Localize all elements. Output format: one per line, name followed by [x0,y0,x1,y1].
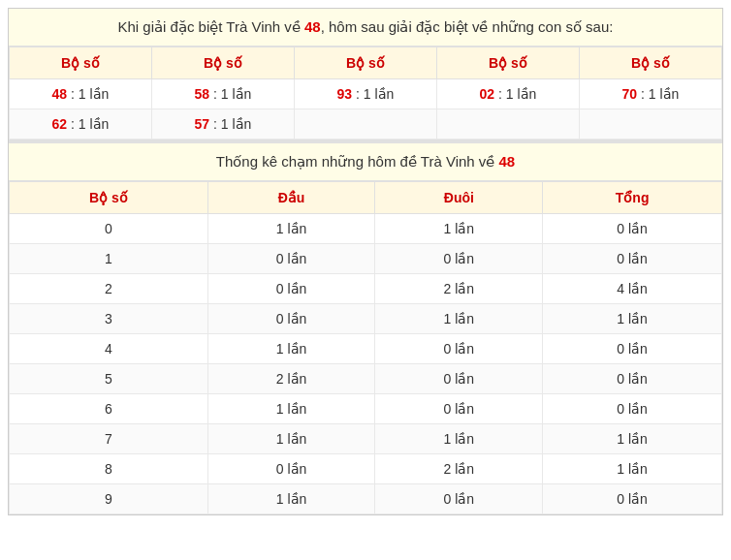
cell-1-3: 93 : 1 lần [295,79,437,109]
stats-cell-duoi-9: 0 lần [375,484,543,514]
stats-cell-bo-3: 3 [10,304,208,334]
stats-cell-tong-9: 0 lần [543,484,722,514]
cell-2-2: 57 : 1 lần [152,109,295,140]
stats-cell-tong-7: 1 lần [543,424,722,454]
header-text-after: , hôm sau giải đặc biệt về những con số … [321,18,614,35]
stats-cell-bo-9: 9 [10,484,208,514]
stats-cell-duoi-2: 2 lần [375,274,543,304]
stats-row-6: 61 lần0 lần0 lần [10,394,722,424]
col-header-5: Bộ số [580,47,722,79]
stats-header-row: Bộ số Đầu Đuôi Tổng [10,182,722,214]
cell-2-4 [437,109,580,140]
stats-cell-dau-3: 0 lần [207,304,375,334]
header-section: Khi giải đặc biệt Trà Vinh về 48, hôm sa… [9,9,722,47]
stats-cell-dau-7: 1 lần [207,424,375,454]
col-header-2: Bộ số [152,47,295,79]
section-title-text-before: Thống kê chạm những hôm đề Trà Vinh về [216,153,499,170]
cell-1-5: 70 : 1 lần [580,79,722,109]
stats-cell-bo-0: 0 [10,214,208,244]
top-table-row-2: 62 : 1 lần 57 : 1 lần [10,109,722,140]
stats-cell-bo-5: 5 [10,364,208,394]
stats-cell-tong-0: 0 lần [543,214,722,244]
stats-cell-tong-2: 4 lần [543,274,722,304]
stats-row-3: 30 lần1 lần1 lần [10,304,722,334]
stats-col-bo: Bộ số [10,182,208,214]
stats-cell-bo-6: 6 [10,394,208,424]
stats-cell-duoi-3: 1 lần [375,304,543,334]
stats-table: Bộ số Đầu Đuôi Tổng 01 lần1 lần0 lần10 l… [9,181,722,514]
stats-cell-duoi-0: 1 lần [375,214,543,244]
col-header-4: Bộ số [437,47,580,79]
stats-cell-dau-2: 0 lần [207,274,375,304]
stats-cell-tong-4: 0 lần [543,334,722,364]
col-header-1: Bộ số [10,47,152,79]
cell-2-1: 62 : 1 lần [10,109,152,140]
stats-col-dau: Đầu [207,182,375,214]
stats-row-4: 41 lần0 lần0 lần [10,334,722,364]
stats-row-5: 52 lần0 lần0 lần [10,364,722,394]
stats-row-9: 91 lần0 lần0 lần [10,484,722,514]
stats-row-0: 01 lần1 lần0 lần [10,214,722,244]
stats-cell-tong-1: 0 lần [543,244,722,274]
stats-row-1: 10 lần0 lần0 lần [10,244,722,274]
col-header-3: Bộ số [295,47,437,79]
stats-col-duoi: Đuôi [375,182,543,214]
stats-cell-dau-4: 1 lần [207,334,375,364]
cell-2-5 [580,109,722,140]
top-grid-table: Bộ số Bộ số Bộ số Bộ số Bộ số 48 : 1 lần… [9,47,722,140]
header-highlight: 48 [304,18,321,35]
stats-cell-dau-8: 0 lần [207,454,375,484]
stats-row-2: 20 lần2 lần4 lần [10,274,722,304]
cell-1-4: 02 : 1 lần [437,79,580,109]
stats-cell-duoi-4: 0 lần [375,334,543,364]
stats-cell-tong-5: 0 lần [543,364,722,394]
stats-cell-bo-7: 7 [10,424,208,454]
top-table-section: Bộ số Bộ số Bộ số Bộ số Bộ số 48 : 1 lần… [9,47,722,141]
stats-cell-duoi-1: 0 lần [375,244,543,274]
stats-col-tong: Tổng [543,182,722,214]
stats-cell-bo-2: 2 [10,274,208,304]
stats-row-8: 80 lần2 lần1 lần [10,454,722,484]
stats-row-7: 71 lần1 lần1 lần [10,424,722,454]
stats-cell-dau-9: 1 lần [207,484,375,514]
stats-cell-bo-8: 8 [10,454,208,484]
stats-cell-dau-0: 1 lần [207,214,375,244]
stats-cell-duoi-8: 2 lần [375,454,543,484]
stats-table-section: Bộ số Đầu Đuôi Tổng 01 lần1 lần0 lần10 l… [9,181,722,514]
stats-cell-duoi-5: 0 lần [375,364,543,394]
stats-cell-tong-6: 0 lần [543,394,722,424]
cell-2-3 [295,109,437,140]
cell-1-2: 58 : 1 lần [152,79,295,109]
cell-1-1: 48 : 1 lần [10,79,152,109]
stats-cell-dau-1: 0 lần [207,244,375,274]
stats-cell-dau-6: 1 lần [207,394,375,424]
stats-cell-dau-5: 2 lần [207,364,375,394]
main-container: Khi giải đặc biệt Trà Vinh về 48, hôm sa… [8,8,723,515]
section-title: Thống kê chạm những hôm đề Trà Vinh về 4… [9,141,722,181]
stats-cell-bo-4: 4 [10,334,208,364]
top-table-header-row: Bộ số Bộ số Bộ số Bộ số Bộ số [10,47,722,79]
stats-cell-bo-1: 1 [10,244,208,274]
stats-cell-tong-8: 1 lần [543,454,722,484]
stats-cell-tong-3: 1 lần [543,304,722,334]
top-table-row-1: 48 : 1 lần 58 : 1 lần 93 : 1 lần 02 : 1 … [10,79,722,109]
header-text-before: Khi giải đặc biệt Trà Vinh về [118,18,304,35]
stats-cell-duoi-6: 0 lần [375,394,543,424]
section-title-highlight: 48 [499,153,516,170]
stats-cell-duoi-7: 1 lần [375,424,543,454]
